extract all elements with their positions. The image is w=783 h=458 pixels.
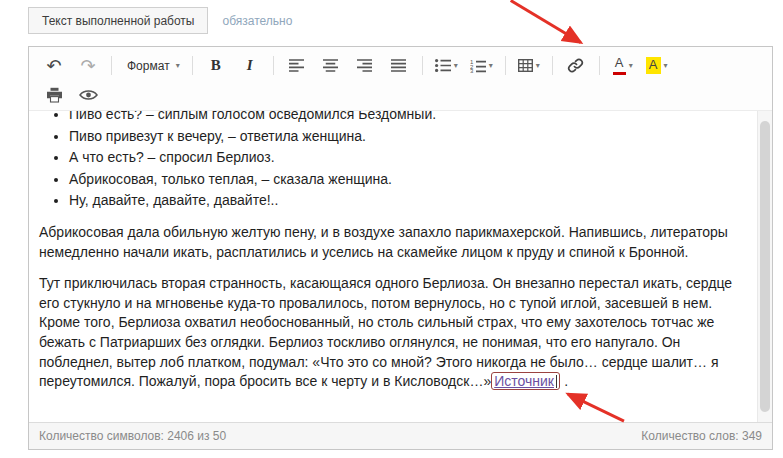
bullet-list-icon (435, 59, 451, 72)
chevron-down-icon: ▾ (176, 62, 180, 70)
text-caret (556, 375, 558, 388)
toolbar-separator (422, 56, 423, 75)
eye-icon (79, 89, 98, 101)
tab-label: Текст выполненной работы (42, 14, 194, 28)
align-center-icon (323, 59, 338, 72)
tabs-row: Текст выполненной работы обязательно (28, 7, 292, 34)
toolbar-row-1: ↶ ↷ Формат▾ B I ▾ 123▾ ▾ A▾ A▾ (37, 50, 764, 81)
paragraph: Абрикосовая дала обильную желтую пену, и… (39, 223, 744, 262)
numbered-list-button[interactable]: 123▾ (466, 53, 497, 79)
italic-button[interactable]: I (235, 53, 265, 79)
list-item: Пиво есть? – сиплым голосом осведомился … (69, 111, 744, 125)
chevron-down-icon: ▾ (536, 62, 540, 70)
chevron-down-icon: ▾ (489, 62, 493, 70)
list-item: Пиво привезут к вечеру, – ответила женщи… (69, 127, 744, 147)
print-icon (46, 87, 63, 103)
align-left-button[interactable] (282, 53, 312, 79)
editor-text: Пиво есть? – сиплым голосом осведомился … (39, 111, 744, 392)
bg-color-button[interactable]: A▾ (642, 53, 672, 79)
char-count: Количество символов: 2406 из 50 (39, 429, 226, 443)
align-justify-icon (391, 59, 406, 72)
paragraph: Тут приключилась вторая странность, каса… (39, 274, 744, 392)
preview-button[interactable] (73, 82, 103, 108)
bold-icon: B (211, 57, 221, 74)
list-item: Абрикосовая, только теплая, – сказала же… (69, 170, 744, 190)
editor-toolbar: ↶ ↷ Формат▾ B I ▾ 123▾ ▾ A▾ A▾ (29, 47, 772, 111)
bullet-list-button[interactable]: ▾ (431, 53, 462, 79)
table-icon (518, 59, 533, 72)
toolbar-separator (192, 56, 193, 75)
chevron-down-icon: ▾ (629, 62, 633, 70)
toolbar-row-2 (37, 81, 764, 108)
text-color-button[interactable]: A▾ (608, 53, 638, 79)
link-icon (567, 57, 584, 74)
annotation-arrow-to-link-button (511, 1, 581, 43)
editor-content[interactable]: Пиво есть? – сиплым голосом осведомился … (29, 111, 772, 422)
redo-button[interactable]: ↷ (73, 53, 103, 79)
toolbar-separator (505, 56, 506, 75)
list-item: А что есть? – спросил Берлиоз. (69, 148, 744, 168)
format-label: Формат (124, 59, 173, 73)
align-justify-button[interactable] (384, 53, 414, 79)
print-button[interactable] (39, 82, 69, 108)
text-color-letter: A (615, 56, 624, 70)
paragraph-text: Тут приключилась вторая странность, каса… (39, 275, 732, 389)
numbered-list-icon: 123 (470, 59, 486, 73)
table-button[interactable]: ▾ (514, 53, 544, 79)
tab-work-text[interactable]: Текст выполненной работы (28, 7, 208, 34)
toolbar-separator (111, 56, 112, 75)
align-right-icon (357, 59, 372, 72)
toolbar-separator (552, 56, 553, 75)
link-button[interactable] (561, 53, 591, 79)
bold-button[interactable]: B (201, 53, 231, 79)
text-color-swatch (613, 72, 626, 75)
source-link[interactable]: Источник (494, 373, 554, 389)
undo-button[interactable]: ↶ (39, 53, 69, 79)
bullet-list: Пиво есть? – сиплым голосом осведомился … (39, 111, 744, 211)
toolbar-separator (599, 56, 600, 75)
scrollbar-thumb[interactable] (760, 121, 770, 412)
align-center-button[interactable] (316, 53, 346, 79)
scrollbar[interactable] (757, 111, 772, 422)
text-color-icon: A (613, 56, 626, 74)
list-item: Ну, давайте, давайте, давайте!.. (69, 191, 744, 211)
svg-text:3: 3 (470, 68, 474, 73)
chevron-down-icon: ▾ (664, 62, 668, 70)
rich-text-editor: ↶ ↷ Формат▾ B I ▾ 123▾ ▾ A▾ A▾ (28, 46, 773, 450)
format-dropdown[interactable]: Формат▾ (120, 53, 184, 79)
required-label: обязательно (222, 14, 292, 28)
italic-icon: I (247, 57, 253, 74)
toolbar-separator (273, 56, 274, 75)
undo-icon: ↶ (46, 57, 61, 75)
align-right-button[interactable] (350, 53, 380, 79)
bg-color-icon: A (646, 57, 661, 73)
align-left-icon (289, 59, 304, 72)
word-count: Количество слов: 349 (641, 429, 762, 443)
chevron-down-icon: ▾ (454, 62, 458, 70)
link-annotation-box: Источник (491, 372, 560, 390)
after-link-text: . (560, 373, 568, 389)
redo-icon: ↷ (80, 57, 95, 75)
counter-bar: Количество символов: 2406 из 50 Количест… (29, 422, 772, 449)
